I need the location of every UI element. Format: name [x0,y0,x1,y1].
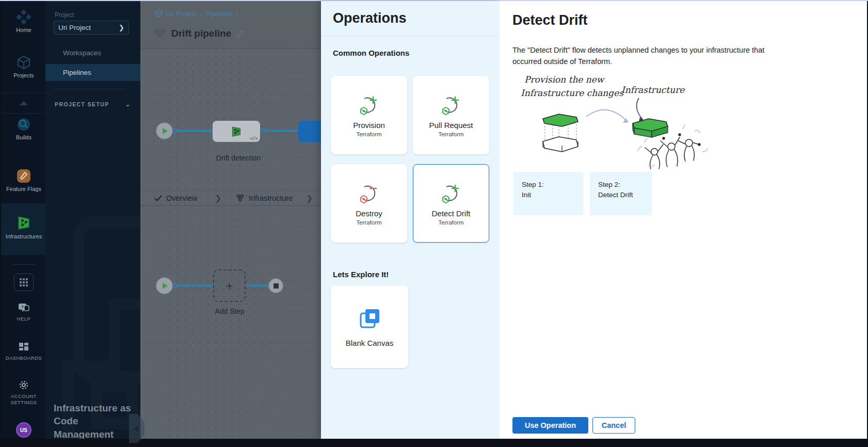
play-icon [163,128,168,134]
feature-flags-icon [16,168,31,184]
pipeline-canvas-dimmed: Uri Project › Pipelines › Drift pi [140,1,321,439]
detail-footer-buttons: Use Operation Cancel [512,417,635,434]
step-box-1: Step 1: Init [513,172,583,215]
operation-card-grid: Provision Terraform Pull Request Terrafo… [331,76,490,243]
card-sublabel: Terraform [356,131,381,137]
stop-icon [274,283,279,289]
infrastructure-tab-icon [236,194,245,202]
connector-line [174,285,215,286]
nav-item-workspaces[interactable]: Workspaces [45,44,140,61]
step-title: Step 2: [598,180,644,190]
background-watermark [47,150,140,439]
rail-item-infrastructures[interactable]: Infrastructures [1,215,46,240]
card-label: Detect Drift [431,209,470,218]
projects-icon [16,55,31,70]
breadcrumb-pipelines-link[interactable]: Pipelines [205,10,233,18]
nav-item-pipelines[interactable]: Pipelines [45,64,140,81]
project-section-label: Project [55,11,74,19]
rail-collapse-toggle[interactable] [1,93,46,114]
breadcrumb-separator: › [200,10,202,18]
tab-overview[interactable]: Overview [154,194,197,202]
detect-drift-detail-panel: Detect Drift The "Detect Drift" flow det… [500,1,868,439]
project-selector[interactable]: Uri Project ❯ [54,21,129,35]
rail-item-dashboards[interactable]: DASHBOARDS [1,342,46,361]
connector-dot [261,129,266,133]
operation-card-destroy[interactable]: Destroy Terraform [331,164,407,243]
detail-description: The "Detect Drift" flow detects unplanne… [512,44,773,68]
run-node[interactable] [156,277,173,294]
detect-drift-terraform-icon [439,182,463,205]
end-node [268,278,283,293]
tab-label: Infrastructure [249,194,293,202]
chevron-down-icon: ⌄ [125,101,131,108]
operation-card-detect-drift[interactable]: Detect Drift Terraform [413,164,489,243]
step-title: Step 1: [522,180,575,190]
card-label: Pull Request [429,121,473,130]
nav-item-label: Workspaces [63,49,101,57]
detect-drift-illustration: Provision the new Infrastructure changes… [509,69,715,170]
module-picker-button[interactable] [14,274,34,291]
rail-item-home[interactable]: Home [1,9,46,33]
stage-node-drift-detection[interactable]: </> [213,121,260,142]
breadcrumb: Uri Project › Pipelines › [154,9,238,18]
rail-item-label: HELP [1,316,46,322]
tab-label: Overview [166,194,197,202]
illustration-caption-1: Provision the new [524,74,605,85]
add-step-button[interactable]: + [213,269,246,302]
rail-item-account-settings[interactable]: ACCOUNT SETTINGS [1,379,46,406]
project-selector-value: Uri Project [58,24,91,31]
app-window: Home Projects Builds [0,0,868,447]
operation-card-provision[interactable]: Provision Terraform [331,76,407,154]
breadcrumb-separator: › [236,10,238,18]
step-box-2: Step 2: Detect Drift [590,172,652,215]
stage-node-new-partial[interactable] [298,121,321,142]
edit-pencil-icon[interactable] [236,29,245,38]
user-avatar[interactable]: US [16,422,31,438]
connector-line [174,130,215,132]
run-pipeline-node[interactable] [156,122,173,139]
rail-item-feature-flags[interactable]: Feature Flags [1,168,46,192]
operation-card-pull-request[interactable]: Pull Request Terraform [413,76,489,154]
operations-drawer: Operations Common Operations Provision T… [321,1,500,439]
card-sublabel: Terraform [438,131,463,137]
gear-icon [18,379,30,391]
blank-canvas-card[interactable]: Blank Canvas [331,285,408,368]
chevron-right-icon: ❯ [215,194,221,203]
drawer-title: Operations [333,10,407,26]
use-operation-button[interactable]: Use Operation [512,417,588,434]
card-label: Blank Canvas [346,339,394,347]
rail-item-label: Home [1,27,46,33]
illustration-caption-3: Infrastructure [621,85,685,95]
pipeline-icon [154,29,167,38]
collapse-left-icon [134,426,138,432]
rail-item-label: Infrastructures [1,233,46,240]
rail-item-builds[interactable]: Builds [1,117,46,140]
check-icon [154,195,162,201]
rail-item-help[interactable]: ? HELP [1,302,46,322]
code-badge-icon: </> [250,136,258,141]
rail-divider-line [12,264,35,265]
connector-dot [172,283,177,288]
project-setup-label: PROJECT SETUP [55,101,109,107]
rail-item-label: Feature Flags [1,186,46,192]
tab-infrastructure[interactable]: Infrastructure [236,194,293,202]
home-icon [16,9,31,25]
step-subtitle: Init [522,190,575,200]
project-cube-icon [154,9,163,18]
chevron-right-icon: ❯ [306,194,313,203]
rail-item-projects[interactable]: Projects [1,55,46,78]
stage-tab-band: Overview ❯ Infrastructure ❯ [140,190,321,206]
cancel-button[interactable]: Cancel [592,417,635,434]
app-body: Home Projects Builds [0,1,868,439]
project-setup-toggle[interactable]: PROJECT SETUP ⌄ [55,101,131,108]
rail-item-label: DASHBOARDS [1,355,46,361]
project-nav-panel: Project Uri Project ❯ Workspaces Pipelin… [45,1,140,439]
help-chat-icon: ? [18,302,30,314]
explore-heading: Lets Explore It! [333,270,389,279]
infrastructure-stage-icon [230,125,243,138]
dashboards-icon [18,342,29,353]
pipeline-title: Drift pipeline [171,28,231,39]
breadcrumb-project-link[interactable]: Uri Project [166,10,197,18]
infrastructures-icon [15,215,32,231]
illustration-caption-2: Infrastructure changes [521,88,624,98]
